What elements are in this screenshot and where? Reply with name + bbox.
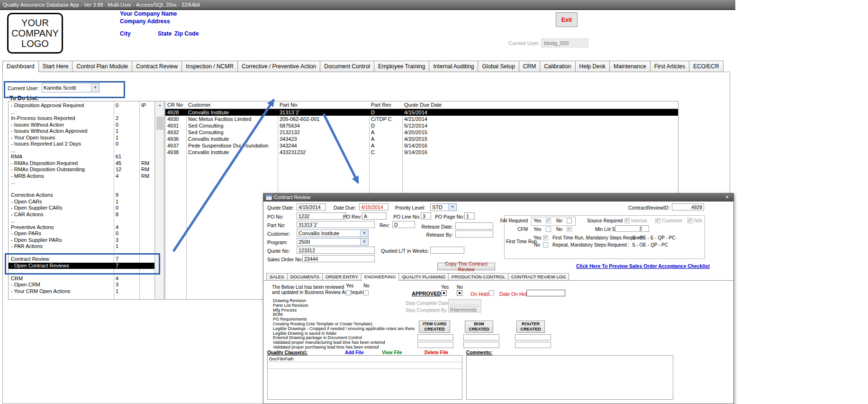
- todo-row-rmas-disposition-required[interactable]: - RMAs Disposition Required45RM: [9, 160, 154, 167]
- table-row-4928[interactable]: 4928Convallis Institute31313`2`D4/15/201…: [165, 109, 678, 116]
- todo-row-corrective-actions[interactable]: Corrective Actions9: [9, 192, 154, 199]
- item-card-field-2[interactable]: [417, 342, 453, 348]
- todo-row-issues-without-action-approved[interactable]: - Issues Without Action Approved1: [9, 128, 154, 135]
- bom-field-2[interactable]: [463, 342, 499, 348]
- todo-row-blank[interactable]: ...: [9, 109, 154, 116]
- table-header-part-no[interactable]: Part No: [278, 101, 369, 109]
- todo-row-issues-reported-last-2-days[interactable]: - Issues Reported Last 2 Days0: [9, 141, 154, 147]
- todo-row-blank[interactable]: ...: [9, 218, 154, 224]
- todo-row-rmas-disposition-outstanding[interactable]: - RMAs Disposition Outstanding12RM: [9, 166, 154, 173]
- release-by-input[interactable]: [455, 230, 493, 238]
- on-hold-checkbox[interactable]: [489, 290, 494, 295]
- reviewed-no-checkbox[interactable]: [363, 290, 369, 295]
- tab-inspection-ncmr[interactable]: Inspection / NCMR: [181, 61, 237, 72]
- po-no-input[interactable]: [297, 212, 346, 220]
- scrollbar-up-icon[interactable]: ▲: [155, 101, 164, 109]
- dialog-title-bar[interactable]: Contract Review ×: [263, 193, 733, 202]
- ftr-no-checkbox[interactable]: [543, 242, 548, 248]
- view-file-link[interactable]: View File: [382, 350, 402, 355]
- fai-yes-checkbox[interactable]: [546, 218, 551, 223]
- sales-order-no-input[interactable]: [302, 255, 375, 262]
- ftr-yes-checkbox[interactable]: [543, 235, 548, 240]
- table-row-4937[interactable]: 4937Pede Suspendisse Dui Foundation34324…: [165, 142, 678, 149]
- todo-row-open-pars[interactable]: - Open PARs0: [9, 230, 154, 237]
- bom-field-1[interactable]: [463, 334, 499, 340]
- tab-first-articles[interactable]: First Articles: [650, 61, 689, 72]
- quality-clauses-list[interactable]: DocFilePath: [267, 355, 462, 400]
- table-header-cr-no[interactable]: CR No: [165, 101, 186, 109]
- table-header-customer[interactable]: Customer: [186, 101, 278, 109]
- todo-row-blank[interactable]: ...: [9, 179, 154, 186]
- item-card-field-1[interactable]: [417, 334, 453, 340]
- comments-box[interactable]: [466, 355, 673, 400]
- todo-row-car-actions[interactable]: - CAR Actions8: [9, 211, 154, 218]
- dialog-tab-documents[interactable]: DOCUMENTS: [287, 273, 322, 281]
- tab-start-here[interactable]: Start Here: [38, 61, 72, 72]
- dialog-tab-engineering[interactable]: ENGINEERING: [361, 273, 399, 282]
- tab-employee-training[interactable]: Employee Training: [374, 61, 429, 72]
- approved-no-option[interactable]: [457, 290, 462, 296]
- po-rev-input[interactable]: [362, 212, 387, 220]
- customer-dropdown[interactable]: Convallis Institute ▼: [297, 230, 369, 237]
- empty-doc-row[interactable]: [268, 362, 462, 369]
- todo-row-mrb-actions[interactable]: - MRB Actions4RM: [9, 173, 154, 180]
- todo-row-crm[interactable]: CRM4: [9, 275, 154, 282]
- router-field-1[interactable]: [515, 334, 551, 340]
- bom-created-button[interactable]: BOM CREATED: [465, 321, 493, 333]
- todo-row-disposition-approval-required[interactable]: - Disposition Approval Required0IP: [9, 102, 154, 109]
- close-icon[interactable]: ×: [725, 193, 729, 202]
- quoted-lt-weeks-input[interactable]: [430, 247, 464, 254]
- cfm-yes-checkbox[interactable]: [546, 227, 551, 232]
- program-dropdown[interactable]: 250II ▼: [297, 238, 369, 246]
- quote-no-input[interactable]: [297, 247, 375, 254]
- dialog-tab-order-entry[interactable]: ORDER ENTRY: [322, 273, 361, 281]
- po-page-no-input[interactable]: [464, 212, 475, 220]
- copy-contract-review-button[interactable]: Copy This Contract Review: [437, 263, 495, 270]
- source-na-checkbox[interactable]: [687, 218, 693, 223]
- table-header-part-rev[interactable]: Part Rev: [369, 101, 402, 109]
- todo-row-open-supplier-pars[interactable]: - Open Supplier PARs3: [9, 237, 154, 244]
- preview-checklist-link[interactable]: Click Here To Preview Sales Order Accept…: [576, 263, 710, 269]
- fai-no-checkbox[interactable]: [567, 218, 572, 223]
- todo-row-open-crm[interactable]: - Open CRM3: [9, 282, 154, 288]
- tab-eco-ecr[interactable]: ECO/ECR: [689, 61, 723, 72]
- table-row-4936[interactable]: 4936Convallis Institute343423A4/20/2015: [165, 136, 678, 142]
- table-row-4930[interactable]: 4930Nec Metus Facilisis Limited205-062-6…: [165, 116, 678, 122]
- todo-row-blank[interactable]: ...: [9, 147, 154, 154]
- tab-crm[interactable]: CRM: [519, 61, 540, 72]
- release-date-input[interactable]: [455, 222, 493, 230]
- router-created-button[interactable]: ROUTER CREATED: [516, 321, 545, 333]
- doc-file-path-row[interactable]: DocFilePath: [268, 356, 462, 362]
- chevron-down-icon[interactable]: ▼: [360, 239, 368, 245]
- table-row-4931[interactable]: 4931Sed Consulting6875634D5/12/2014: [165, 122, 678, 129]
- todo-row-preventive-actions[interactable]: Preventive Actions4: [9, 224, 154, 231]
- part-no-input[interactable]: [297, 221, 375, 228]
- table-header-quote-due-date[interactable]: Quote Due Date: [402, 101, 678, 109]
- po-line-no-input[interactable]: [421, 212, 431, 220]
- todo-row-rma[interactable]: RMA61: [9, 154, 154, 160]
- chevron-down-icon[interactable]: ▼: [448, 204, 456, 211]
- add-file-link[interactable]: Add File: [345, 350, 363, 355]
- tab-maintenance[interactable]: Maintenance: [609, 61, 650, 72]
- tab-corrective-preventive-action[interactable]: Corrective / Preventive Action: [237, 61, 320, 72]
- date-due-input[interactable]: [359, 203, 389, 211]
- tab-document-control[interactable]: Document Control: [320, 61, 374, 72]
- exit-button[interactable]: Exit: [556, 12, 578, 27]
- delete-file-link[interactable]: Delete File: [425, 350, 448, 355]
- todo-row-open-supplier-cars[interactable]: - Open Supplier CARs0: [9, 205, 154, 211]
- todo-row-issues-without-action[interactable]: - Issues Without Action0: [9, 122, 154, 129]
- dialog-tab-quality-planning[interactable]: QUALITY PLANNING: [398, 273, 448, 281]
- todo-row-open-cars[interactable]: - Open CARs1: [9, 199, 154, 205]
- min-lot-size-input[interactable]: [615, 225, 649, 232]
- tab-calibration[interactable]: Calibration: [540, 61, 575, 72]
- tab-contract-review[interactable]: Contract Review: [132, 61, 181, 72]
- table-row-4932[interactable]: 4932Sed Consulting2132132A4/20/2015: [165, 129, 678, 136]
- todo-row-blank[interactable]: [9, 186, 154, 193]
- quote-date-input[interactable]: [297, 203, 326, 211]
- source-customer-checkbox[interactable]: [655, 218, 660, 223]
- date-on-hold-input[interactable]: [526, 290, 565, 296]
- todo-row-your-crm-open-actions[interactable]: - Your CRM Open Actions1: [9, 288, 154, 295]
- router-field-2[interactable]: [515, 342, 551, 348]
- source-internal-checkbox[interactable]: [624, 218, 630, 223]
- table-row-4938[interactable]: 4938Convallis Institute433231232C9/14/20…: [165, 149, 678, 156]
